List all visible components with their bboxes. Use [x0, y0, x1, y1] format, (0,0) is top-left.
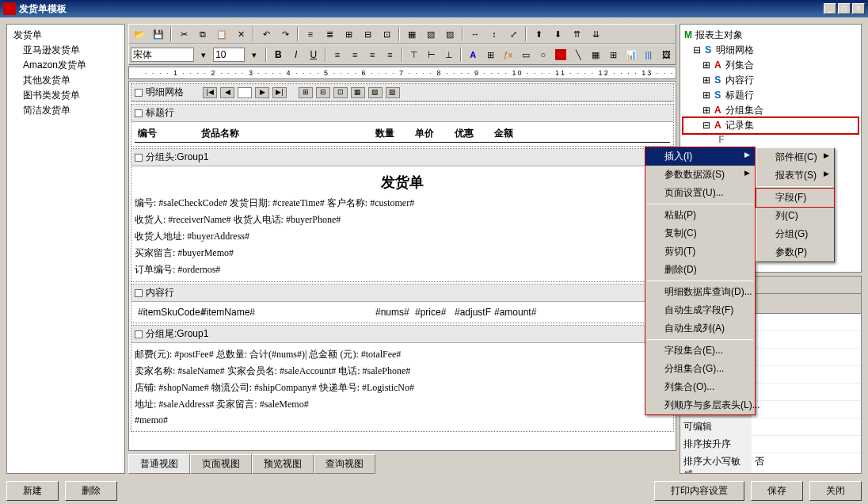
field-cell[interactable]: #price#	[412, 305, 451, 319]
prop-value[interactable]	[752, 436, 861, 452]
grid-tool-icon[interactable]: ▦	[351, 87, 365, 98]
paste-icon[interactable]: 📋	[213, 26, 230, 42]
align-icon[interactable]: ⊞	[340, 26, 357, 42]
submenu-param[interactable]: 参数(P)	[756, 243, 834, 262]
menu-insert[interactable]: 插入(I)▶	[645, 147, 755, 166]
grid-tool-icon[interactable]: ⊟	[316, 87, 330, 98]
col-header[interactable]: 货品名称	[198, 125, 372, 142]
valign-icon[interactable]: ⊢	[424, 47, 440, 63]
col-header[interactable]: 数量	[372, 125, 412, 142]
align-icon[interactable]: ≡	[302, 26, 319, 42]
menu-group-set[interactable]: 分组集合(G)...	[645, 360, 755, 378]
submenu-control[interactable]: 部件框(C)▶	[756, 148, 834, 166]
align-icon[interactable]: ⊟	[359, 26, 376, 42]
field-row[interactable]: 订单编号: #ordernos#	[135, 262, 670, 278]
section-header-content[interactable]: 内容行	[131, 284, 673, 302]
redo-icon[interactable]: ↷	[276, 26, 294, 42]
barcode-icon[interactable]: |||	[641, 47, 657, 63]
nav-next-icon[interactable]: ▶	[255, 87, 269, 98]
valign-icon[interactable]: ⊥	[441, 47, 457, 63]
tab-normal[interactable]: 普通视图	[128, 454, 190, 474]
order-icon[interactable]: ⬇	[549, 26, 566, 42]
col-header[interactable]: 金额	[491, 125, 531, 142]
tree-item[interactable]: Amazon发货单	[10, 58, 121, 73]
image-icon[interactable]: 🖼	[658, 47, 674, 63]
doc-title[interactable]: 发货单	[135, 170, 670, 195]
field-row[interactable]: #memo#	[135, 413, 670, 428]
tab-query[interactable]: 查询视图	[314, 454, 375, 474]
tree-item[interactable]: 图书类发货单	[10, 88, 121, 103]
cut-icon[interactable]: ✂	[175, 26, 192, 42]
bold-icon[interactable]: B	[270, 47, 286, 63]
nav-prev-icon[interactable]: ◀	[220, 87, 234, 98]
section-toggle-icon[interactable]	[135, 109, 143, 117]
table-icon[interactable]: ⊞	[605, 47, 621, 63]
tree-item[interactable]: 其他发货单	[10, 73, 121, 88]
prop-value[interactable]	[752, 384, 861, 400]
font-size-select[interactable]	[213, 48, 245, 62]
prop-value[interactable]	[752, 418, 861, 435]
design-surface[interactable]: 明细网格 |◀ ◀ ▶ ▶| ⊞ ⊟ ⊡ ▦ ▧ ▨	[128, 81, 676, 451]
field-row[interactable]: 收货人地址: #buyerAddress#	[135, 228, 670, 245]
col-header[interactable]: 编号	[135, 125, 198, 142]
section-toggle-icon[interactable]	[135, 289, 143, 297]
align-center-icon[interactable]: ≡	[347, 47, 363, 63]
valign-icon[interactable]: ⊤	[406, 47, 422, 63]
tree-root[interactable]: 发货单	[10, 28, 121, 43]
prop-value[interactable]	[752, 366, 861, 383]
size-icon[interactable]: ⤢	[504, 26, 522, 42]
size-icon[interactable]: ↕	[485, 26, 503, 42]
formula-icon[interactable]: ƒx	[500, 47, 516, 63]
align-left-icon[interactable]: ≡	[329, 47, 345, 63]
color-icon[interactable]	[553, 47, 569, 63]
align-icon[interactable]: ≣	[321, 26, 338, 42]
grid-tool-icon[interactable]: ▧	[368, 87, 383, 98]
minimize-button[interactable]: _	[824, 3, 836, 14]
menu-field-set[interactable]: 字段集合(E)...	[645, 342, 755, 360]
tree-node[interactable]: F	[683, 133, 858, 146]
menu-auto-col[interactable]: 自动生成列(A)	[645, 319, 755, 338]
menu-col-order[interactable]: 列顺序与多层表头(L)...	[645, 396, 755, 414]
menu-delete[interactable]: 删除(D)	[645, 261, 755, 279]
section-header-grid[interactable]: 明细网格 |◀ ◀ ▶ ▶| ⊞ ⊟ ⊡ ▦ ▧ ▨	[131, 84, 673, 101]
tree-node[interactable]: ⊞ A 列集合	[683, 58, 858, 73]
menu-cut[interactable]: 剪切(T)	[645, 242, 755, 261]
undo-icon[interactable]: ↶	[257, 26, 275, 42]
chart-icon[interactable]: 📊	[623, 47, 639, 63]
field-cell[interactable]: #amount#	[491, 305, 531, 319]
menu-col-set[interactable]: 列集合(O)...	[645, 378, 755, 396]
copy-icon[interactable]: ⧉	[194, 26, 211, 42]
field-cell[interactable]: #adjustF	[451, 305, 491, 319]
field-row[interactable]: 邮费(元): #postFee# 总数量: 合计(#nums#)| 总金额 (元…	[135, 346, 670, 363]
tab-page[interactable]: 页面视图	[190, 454, 252, 474]
close-window-button[interactable]: 关闭	[809, 481, 862, 501]
section-toggle-icon[interactable]	[135, 154, 143, 162]
col-header[interactable]: 单价	[412, 125, 451, 142]
menu-detail-query[interactable]: 明细数据库查询(D)...	[645, 283, 755, 301]
new-button[interactable]: 新建	[6, 481, 59, 501]
col-header[interactable]: 优惠	[451, 125, 491, 142]
section-header-title[interactable]: 标题行	[131, 105, 673, 122]
menu-copy[interactable]: 复制(C)	[645, 224, 755, 242]
field-row[interactable]: 收货人: #receiverName# 收货人电话: #buyerPhone#	[135, 212, 670, 228]
underline-icon[interactable]: U	[306, 47, 322, 63]
nav-input[interactable]	[238, 87, 252, 98]
italic-icon[interactable]: I	[288, 47, 304, 63]
delete-button[interactable]: 删除	[65, 481, 117, 501]
tree-item[interactable]: 简洁发货单	[10, 103, 121, 118]
line-icon[interactable]: ╲	[570, 47, 586, 63]
order-icon[interactable]: ⇈	[568, 26, 585, 42]
dropdown-icon[interactable]: ▾	[196, 47, 211, 63]
section-toggle-icon[interactable]	[135, 330, 143, 338]
text-tool-icon[interactable]: A	[465, 47, 481, 63]
nav-first-icon[interactable]: |◀	[203, 87, 217, 98]
save-icon[interactable]: 💾	[150, 26, 167, 42]
tree-node[interactable]: M 报表主对象	[683, 28, 858, 43]
align-icon[interactable]: ⊡	[378, 26, 395, 42]
font-name-select[interactable]	[131, 48, 194, 62]
palette-icon[interactable]: ▦	[588, 47, 603, 63]
size-icon[interactable]: ↔	[466, 26, 484, 42]
section-header-grouptail[interactable]: 分组尾:Group1	[131, 326, 673, 343]
layout-icon[interactable]: ▨	[441, 26, 459, 42]
tree-node[interactable]: ⊞ A 分组集合	[683, 103, 858, 118]
